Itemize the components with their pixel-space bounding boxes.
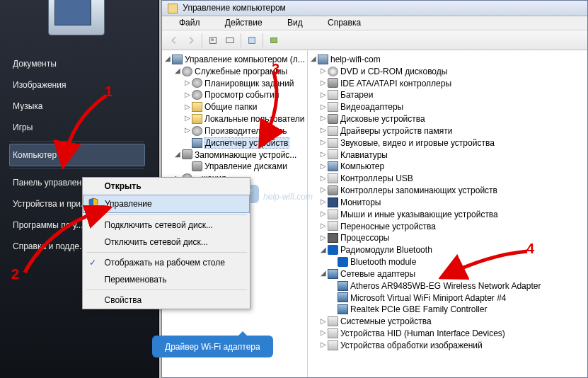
help-button[interactable] [244,33,260,48]
shield-icon [88,197,99,209]
start-item-4[interactable]: Компьютер [9,144,145,166]
node-icon [328,149,338,159]
tree-node[interactable]: Устройства HID (Human Interface Devices) [340,328,505,338]
scan-button[interactable] [266,33,282,48]
expand-icon[interactable]: ▷ [319,222,327,230]
tree-node[interactable]: Контроллеры запоминающих устройств [340,185,497,195]
expand-icon[interactable]: ▷ [319,198,327,206]
tree-node[interactable]: Звуковые, видео и игровые устройства [340,138,495,148]
start-item-2[interactable]: Музыка [10,96,144,117]
tree-node[interactable]: Компьютер [340,161,384,171]
expand-icon[interactable]: ▷ [319,67,327,75]
tree-node[interactable]: Управление компьютером (л... [185,55,305,64]
context-menu: ОткрытьУправлениеПодключить сетевой диск… [82,177,250,309]
expand-icon[interactable]: ▷ [319,318,327,326]
annotation-1: 1 [105,84,113,100]
tree-node[interactable]: Локальные пользователи [204,114,304,124]
collapse-icon[interactable]: ◢ [319,246,327,254]
tree-node[interactable]: Мыши и иные указывающие устройства [340,210,498,219]
expand-icon[interactable]: ▷ [319,234,327,242]
expand-icon[interactable]: ▷ [183,127,191,134]
toolbar [162,30,587,50]
collapse-icon[interactable]: ◢ [163,55,171,63]
node-icon [328,185,338,195]
start-item-0[interactable]: Документы [10,53,144,74]
tree-node[interactable]: Общие папки [204,102,257,112]
expand-icon[interactable]: ▷ [319,115,327,122]
tree-node[interactable]: Видеоадаптеры [340,102,403,112]
tree-node[interactable]: Realtek PCIe GBE Family Controller [350,304,487,314]
tree-node[interactable]: Сетевые адаптеры [340,269,415,279]
menu-file[interactable]: Файл [168,18,212,28]
expand-icon[interactable]: ▷ [183,79,191,87]
menu-action[interactable]: Действие [214,18,274,28]
expand-icon[interactable]: ▷ [319,329,327,337]
collapse-icon[interactable]: ◢ [173,151,181,159]
up-button[interactable] [205,33,221,48]
tree-node[interactable]: Устройства обработки изображений [340,340,483,350]
collapse-icon[interactable]: ◢ [309,55,317,63]
collapse-icon[interactable]: ◢ [319,270,327,277]
tree-node[interactable]: Bluetooth module [350,257,416,267]
tree-node[interactable]: Мониторы [340,197,381,207]
node-icon [328,340,338,350]
ctx-item-5[interactable]: ✓Отображать на рабочем столе [83,254,250,271]
expand-icon[interactable]: ▷ [319,186,327,194]
tree-node[interactable]: DVD и CD-ROM дисководы [340,67,447,76]
menubar: Файл Действие Вид Справка [162,16,587,30]
tree-node[interactable]: Управление дисками [204,161,287,171]
expand-icon[interactable]: ▷ [319,127,327,134]
ctx-item-0[interactable]: Управление [83,195,250,213]
expand-icon[interactable]: ▷ [319,91,327,99]
ctx-title[interactable]: Открыть [83,178,250,195]
ctx-item-3[interactable]: Отключить сетевой диск... [83,234,250,251]
menu-help[interactable]: Справка [316,18,372,28]
expand-icon[interactable]: ▷ [319,175,327,183]
callout-driver: Драйвер Wi-Fi адаптера [152,336,273,357]
properties-button[interactable] [222,33,238,48]
tree-node[interactable]: Клавиатуры [340,149,388,159]
expand-icon[interactable]: ▷ [183,115,191,122]
start-item-3[interactable]: Игры [10,117,144,138]
start-item-1[interactable]: Изображения [10,74,144,96]
expand-icon[interactable]: ▷ [319,151,327,159]
tree-node[interactable]: Просмотр событий [204,90,279,100]
tree-node[interactable]: Переносные устройства [340,221,436,231]
expand-icon[interactable]: ▷ [319,103,327,111]
tree-node[interactable]: Производительность [204,126,287,136]
tree-node[interactable]: Запоминающие устройс... [195,149,296,159]
tree-node[interactable]: help-wifi-com [330,55,381,64]
node-icon [328,328,338,338]
tree-node[interactable]: Системные устройства [340,316,432,326]
tree-node[interactable]: Радиомодули Bluetooth [340,245,432,255]
expand-icon[interactable]: ▷ [319,139,327,147]
node-icon [338,292,348,302]
node-icon [328,245,338,255]
expand-icon[interactable]: ▷ [319,341,327,349]
tree-node[interactable]: IDE ATA/ATAPI контроллеры [340,78,451,88]
ctx-item-6[interactable]: Переименовать [83,271,250,288]
tree-node[interactable]: Батареи [340,90,373,100]
tree-node[interactable]: Планировщик заданий [204,78,294,88]
tree-node[interactable]: Atheros AR9485WB-EG Wireless Network Ada… [350,281,541,291]
menu-view[interactable]: Вид [276,18,314,28]
expand-icon[interactable]: ▷ [319,163,327,171]
tree-node[interactable]: Диспетчер устройств [204,137,289,149]
expand-icon[interactable]: ▷ [319,79,327,87]
tree-node[interactable]: Процессоры [340,233,390,243]
forward-button[interactable] [183,33,199,48]
expand-icon[interactable]: ▷ [183,91,191,99]
tree-node[interactable]: Дисковые устройства [340,114,425,124]
tree-node[interactable]: Контроллеры USB [340,173,413,183]
ctx-item-8[interactable]: Свойства [83,292,250,309]
tree-node[interactable]: Microsoft Virtual WiFi Miniport Adapter … [350,292,507,302]
node-icon [192,138,202,148]
expand-icon[interactable]: ▷ [319,210,327,218]
back-button[interactable] [166,33,182,48]
collapse-icon[interactable]: ◢ [173,67,181,75]
node-icon [192,126,202,136]
expand-icon[interactable]: ▷ [183,103,191,111]
svg-rect-3 [249,37,255,43]
ctx-item-2[interactable]: Подключить сетевой диск... [83,217,250,234]
tree-node[interactable]: Драйверы устройств памяти [340,126,452,136]
